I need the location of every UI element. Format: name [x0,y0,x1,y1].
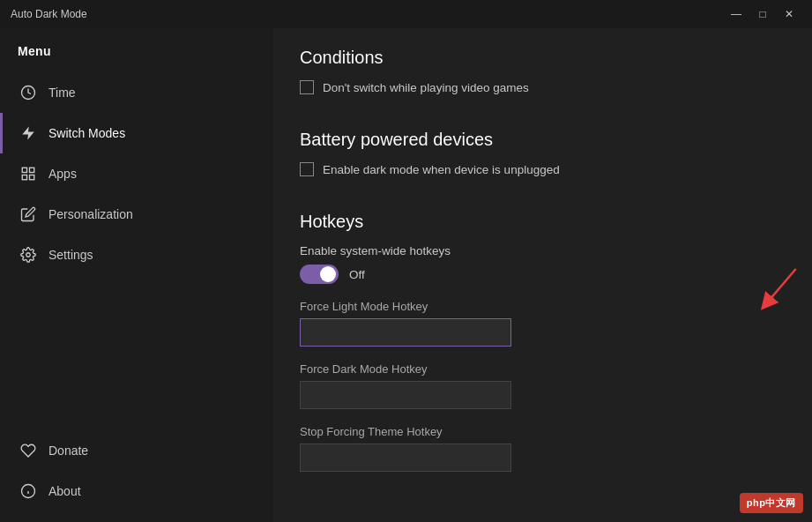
info-icon [20,483,36,499]
main-layout: Menu Time Switch Modes [0,28,812,522]
sidebar-item-settings-label: Settings [48,248,93,262]
force-light-field-group: Force Light Mode Hotkey [300,300,786,347]
heart-icon [20,443,36,459]
stop-forcing-label: Stop Forcing Theme Hotkey [300,425,786,438]
svg-rect-2 [22,168,26,172]
sidebar-item-donate-label: Donate [48,444,88,458]
force-dark-input[interactable] [300,381,511,409]
dont-switch-label: Don't switch while playing video games [323,81,529,94]
gear-icon [20,247,36,263]
enable-hotkeys-label: Enable system-wide hotkeys [300,244,786,257]
battery-title: Battery powered devices [300,110,786,162]
bolt-icon [20,125,36,141]
force-dark-label: Force Dark Mode Hotkey [300,362,786,376]
content-area: Conditions Don't switch while playing vi… [273,28,812,522]
dont-switch-row: Don't switch while playing video games [300,80,786,94]
php-watermark: php中文网 [740,493,803,513]
sidebar-item-settings[interactable]: Settings [0,235,273,275]
sidebar-item-donate[interactable]: Donate [0,430,273,471]
maximize-button[interactable]: □ [750,5,775,23]
battery-section: Battery powered devices Enable dark mode… [300,110,786,176]
sidebar-spacer [0,275,273,430]
conditions-title: Conditions [300,28,786,80]
sidebar-bottom: Donate About [0,430,273,522]
window-controls: — □ ✕ [724,5,801,23]
grid-icon [20,166,36,182]
sidebar-item-personalization[interactable]: Personalization [0,194,273,235]
sidebar-item-apps[interactable]: Apps [0,153,273,194]
svg-rect-5 [30,175,34,180]
force-dark-field-group: Force Dark Mode Hotkey [300,362,786,409]
sidebar-item-personalization-label: Personalization [48,207,133,221]
sidebar: Menu Time Switch Modes [0,28,273,522]
sidebar-item-about[interactable]: About [0,471,273,511]
toggle-state-label: Off [349,268,365,281]
minimize-button[interactable]: — [724,5,749,23]
svg-point-6 [26,253,31,257]
battery-checkbox[interactable] [300,162,314,176]
stop-forcing-input[interactable] [300,444,511,472]
sidebar-menu-label: Menu [0,35,273,72]
svg-marker-1 [22,127,34,140]
app-title: Auto Dark Mode [11,8,87,20]
sidebar-item-time[interactable]: Time [0,72,273,113]
title-bar: Auto Dark Mode — □ ✕ [0,0,812,28]
sidebar-item-time-label: Time [48,86,76,100]
edit-icon [20,206,36,222]
stop-forcing-field-group: Stop Forcing Theme Hotkey [300,425,786,472]
dont-switch-checkbox[interactable] [300,80,314,94]
hotkeys-toggle[interactable] [300,265,339,284]
sidebar-item-switch-modes[interactable]: Switch Modes [0,113,273,153]
toggle-knob [320,266,336,282]
svg-rect-3 [30,168,34,172]
battery-row: Enable dark mode when device is unplugge… [300,162,786,176]
sidebar-item-switch-modes-label: Switch Modes [48,126,125,140]
hotkeys-title: Hotkeys [300,192,786,244]
force-light-label: Force Light Mode Hotkey [300,300,786,313]
force-light-input[interactable] [300,318,511,347]
sidebar-item-apps-label: Apps [48,167,77,181]
toggle-row: Off [300,265,786,284]
battery-label: Enable dark mode when device is unplugge… [323,163,560,176]
sidebar-item-about-label: About [48,484,81,498]
clock-icon [20,85,36,101]
svg-rect-4 [22,175,26,180]
hotkeys-section: Hotkeys Enable system-wide hotkeys Off F… [300,192,786,472]
close-button[interactable]: ✕ [777,5,801,23]
